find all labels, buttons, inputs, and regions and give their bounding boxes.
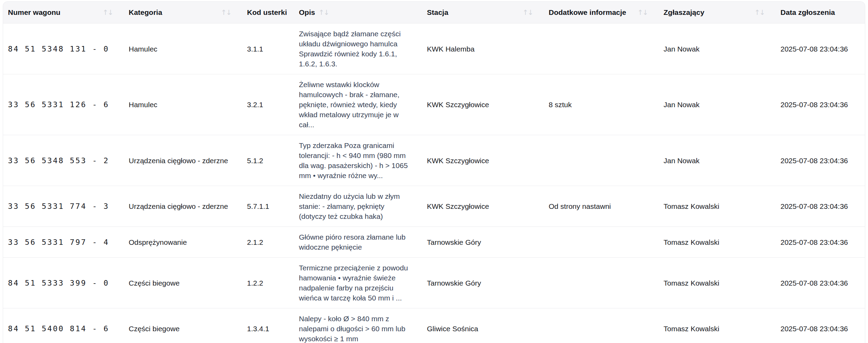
category-cell: Urządzenia cięgłowo - zderzne	[122, 135, 240, 186]
station-cell-text: Gliwice Sośnica	[427, 324, 478, 334]
category-cell: Części biegowe	[122, 308, 240, 343]
defect-code-cell: 5.1.2	[240, 135, 292, 186]
reporter-cell-text: Jan Nowak	[664, 44, 700, 54]
table-row: 33 56 5331 774 - 3Urządzenia cięgłowo - …	[3, 186, 865, 227]
table-header: Numer wagonu↑↓Kategoria↑↓Kod usterkiOpis…	[3, 2, 865, 24]
wagon-number-cell-text: 33 56 5331 797 - 4	[8, 237, 109, 247]
station-cell: KWK Halemba	[420, 24, 542, 74]
report-date-cell-text: 2025-07-08 23:04:36	[780, 278, 848, 288]
wagon-number-cell-text: 33 56 5331 126 - 6	[8, 100, 109, 110]
sort-arrows-icon: ↑↓	[102, 8, 113, 17]
category-cell: Urządzenia cięgłowo - zderzne	[122, 186, 240, 227]
wagon-number-cell: 84 51 5400 814 - 6	[3, 308, 122, 343]
header-row: Numer wagonu↑↓Kategoria↑↓Kod usterkiOpis…	[3, 2, 865, 24]
station-cell-text: Tarnowskie Góry	[427, 278, 481, 288]
defect-code-cell-text: 3.1.1	[247, 44, 263, 54]
reporter-cell-text: Tomasz Kowalski	[664, 201, 719, 211]
defect-code-cell: 1.3.4.1	[240, 308, 292, 343]
column-label-station: Stacja	[427, 8, 448, 17]
reporter-cell: Jan Nowak	[657, 135, 774, 186]
station-cell: KWK Szczygłowice	[420, 135, 542, 186]
description-cell-text: Nalepy - koło Ø > 840 mm z nalepami o dł…	[299, 314, 413, 343]
column-label-reporter: Zgłaszający	[664, 8, 704, 17]
sort-arrows-icon: ↑↓	[522, 8, 533, 17]
column-header-description[interactable]: Opis↑↓	[292, 2, 420, 24]
description-cell-text: Żeliwne wstawki klocków hamulcowych - br…	[299, 80, 413, 130]
extra-info-cell	[542, 258, 657, 308]
table-row: 33 56 5331 126 - 6Hamulec3.2.1Żeliwne ws…	[3, 74, 865, 135]
table-row: 84 51 5348 131 - 0Hamulec3.1.1Zwisające …	[3, 24, 865, 74]
wagon-number-cell: 84 51 5333 399 - 0	[3, 258, 122, 308]
station-cell-text: KWK Szczygłowice	[427, 156, 489, 166]
wagon-number-cell: 33 56 5331 774 - 3	[3, 186, 122, 227]
report-date-cell: 2025-07-08 23:04:36	[774, 308, 865, 343]
wagon-number-cell-text: 33 56 5348 553 - 2	[8, 156, 109, 166]
reporter-cell: Tomasz Kowalski	[657, 186, 774, 227]
extra-info-cell-text: Od strony nastawni	[549, 201, 611, 211]
column-header-station[interactable]: Stacja↑↓	[420, 2, 542, 24]
defects-table-card: Numer wagonu↑↓Kategoria↑↓Kod usterkiOpis…	[3, 1, 865, 343]
defect-code-cell: 1.2.2	[240, 258, 292, 308]
category-cell-text: Hamulec	[129, 100, 157, 110]
sort-arrows-icon: ↑↓	[221, 8, 232, 17]
category-cell-text: Odsprężynowanie	[129, 237, 187, 247]
description-cell: Typ zderzaka Poza granicami tolerancji: …	[292, 135, 420, 186]
reporter-cell-text: Tomasz Kowalski	[664, 324, 719, 334]
defects-table: Numer wagonu↑↓Kategoria↑↓Kod usterkiOpis…	[3, 2, 865, 343]
report-date-cell-text: 2025-07-08 23:04:36	[780, 201, 848, 211]
reporter-cell: Tomasz Kowalski	[657, 227, 774, 258]
report-date-cell: 2025-07-08 23:04:36	[774, 258, 865, 308]
description-cell-text: Główne pióro resora złamane lub widoczne…	[299, 232, 413, 252]
reporter-cell: Tomasz Kowalski	[657, 308, 774, 343]
extra-info-cell	[542, 24, 657, 74]
description-cell: Żeliwne wstawki klocków hamulcowych - br…	[292, 74, 420, 135]
defect-code-cell: 3.1.1	[240, 24, 292, 74]
column-label-extra-info: Dodatkowe informacje	[549, 8, 626, 17]
reporter-cell: Jan Nowak	[657, 24, 774, 74]
category-cell: Hamulec	[122, 24, 240, 74]
reporter-cell-text: Tomasz Kowalski	[664, 237, 719, 247]
column-header-reporter[interactable]: Zgłaszający↑↓	[657, 2, 774, 24]
table-row: 84 51 5400 814 - 6Części biegowe1.3.4.1N…	[3, 308, 865, 343]
report-date-cell: 2025-07-08 23:04:36	[774, 24, 865, 74]
column-header-defect-code: Kod usterki	[240, 2, 292, 24]
report-date-cell-text: 2025-07-08 23:04:36	[780, 237, 848, 247]
description-cell: Główne pióro resora złamane lub widoczne…	[292, 227, 420, 258]
wagon-number-cell-text: 84 51 5348 131 - 0	[8, 44, 109, 54]
defect-code-cell: 2.1.2	[240, 227, 292, 258]
sort-arrows-icon: ↑↓	[319, 8, 330, 17]
report-date-cell: 2025-07-08 23:04:36	[774, 74, 865, 135]
wagon-number-cell: 33 56 5348 553 - 2	[3, 135, 122, 186]
defect-code-cell: 3.2.1	[240, 74, 292, 135]
column-label-defect-code: Kod usterki	[247, 8, 287, 17]
defect-code-cell-text: 1.2.2	[247, 278, 263, 288]
report-date-cell-text: 2025-07-08 23:04:36	[780, 324, 848, 334]
report-date-cell-text: 2025-07-08 23:04:36	[780, 44, 848, 54]
station-cell: KWK Szczygłowice	[420, 74, 542, 135]
column-label-description: Opis	[299, 8, 315, 17]
wagon-number-cell-text: 33 56 5331 774 - 3	[8, 201, 109, 211]
reporter-cell: Tomasz Kowalski	[657, 258, 774, 308]
defect-code-cell-text: 1.3.4.1	[247, 324, 269, 334]
column-header-category[interactable]: Kategoria↑↓	[122, 2, 240, 24]
category-cell-text: Części biegowe	[129, 324, 180, 334]
extra-info-cell-text: 8 sztuk	[549, 100, 572, 110]
defect-code-cell: 5.7.1.1	[240, 186, 292, 227]
station-cell: KWK Szczygłowice	[420, 186, 542, 227]
description-cell-text: Termiczne przeciążenie z powodu hamowani…	[299, 263, 413, 303]
description-cell-text: Typ zderzaka Poza granicami tolerancji: …	[299, 140, 413, 180]
extra-info-cell	[542, 135, 657, 186]
column-header-wagon-number[interactable]: Numer wagonu↑↓	[3, 2, 122, 24]
station-cell: Gliwice Sośnica	[420, 308, 542, 343]
column-header-extra-info[interactable]: Dodatkowe informacje↑↓	[542, 2, 657, 24]
report-date-cell: 2025-07-08 23:04:36	[774, 227, 865, 258]
report-date-cell-text: 2025-07-08 23:04:36	[780, 156, 848, 166]
wagon-number-cell: 33 56 5331 126 - 6	[3, 74, 122, 135]
reporter-cell-text: Jan Nowak	[664, 156, 700, 166]
description-cell: Niezdatny do użycia lub w złym stanie: -…	[292, 186, 420, 227]
category-cell: Odsprężynowanie	[122, 227, 240, 258]
extra-info-cell: Od strony nastawni	[542, 186, 657, 227]
defect-code-cell-text: 3.2.1	[247, 100, 263, 110]
category-cell-text: Urządzenia cięgłowo - zderzne	[129, 156, 228, 166]
table-row: 33 56 5348 553 - 2Urządzenia cięgłowo - …	[3, 135, 865, 186]
